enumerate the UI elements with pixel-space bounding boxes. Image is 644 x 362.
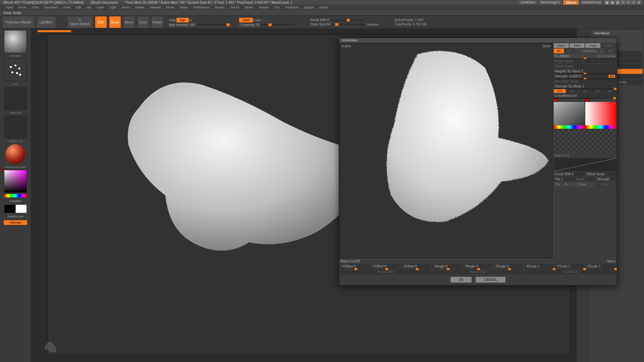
rel-button[interactable]: Rel [608,75,615,78]
z-intensity-slider[interactable]: Z Intensity 25 [239,23,259,27]
color-b-hue[interactable] [585,125,616,129]
noise-scale-slider[interactable]: 51.69959Noise Scale ↔ [554,54,616,58]
color-b-picker[interactable] [585,102,616,125]
zoffset-slider[interactable]: ZOffset 0 [402,264,431,269]
cancel-button[interactable]: CANCEL [476,277,505,283]
document-tab[interactable] [38,30,71,32]
frame-button[interactable]: Frame [341,44,351,48]
fibermesh-section[interactable]: FiberMesh [592,30,643,37]
layout-icon[interactable]: ▦ [604,0,609,4]
brush-standard[interactable] [4,30,27,53]
quicksave-button[interactable]: QuickSave [519,0,537,4]
strength2-slider[interactable]: Strength [596,177,616,181]
close-icon[interactable]: ✕ [637,0,641,4]
alternate-button[interactable]: Alternate [4,220,27,225]
alpha-slot[interactable] [4,87,27,110]
magnify-slider[interactable]: Magnify By Mask 0 [554,69,616,73]
menu-edit[interactable]: Edit [73,5,84,10]
menu-macro[interactable]: Macro [119,5,132,10]
redo-curve-button[interactable]: Redo [594,182,616,187]
draw-size-slider[interactable]: Draw Size 64 [311,22,330,26]
flipv-button[interactable]: FV [562,182,571,187]
menu-brush[interactable]: Brush [16,5,29,10]
fliph-button[interactable]: FH [554,182,562,187]
menu-stencil[interactable]: Stencil [227,5,242,10]
defaultscript-button[interactable]: DefaultZScript [580,0,603,4]
draw-button[interactable]: Draw [109,16,121,28]
menu-file[interactable]: File [84,5,94,10]
plugin-scale-slider[interactable]: Plugin Scale [554,59,616,63]
switchcolor-button[interactable]: SwitchColor [7,214,23,219]
menu-marker[interactable]: Marker [132,5,147,10]
texture-slot[interactable] [4,116,27,138]
m-label[interactable]: M [190,18,192,22]
menus-button[interactable]: Menus [563,0,579,5]
rgb-button[interactable]: Rgb [176,18,189,22]
focalshift-slider[interactable]: Focal Shift 0 [554,172,585,176]
menu-document[interactable]: Document [42,5,61,10]
gradient-white-swatch[interactable] [16,205,26,213]
stroke-dots[interactable] [4,59,27,81]
maximize-icon[interactable]: □ [631,0,636,4]
menu-light[interactable]: Light [107,5,119,10]
lightbox-button[interactable]: LightBox [37,16,55,28]
alpha-scale-slider[interactable]: Alpha Scale [554,64,616,68]
noise-curve-editor[interactable] [554,158,616,171]
xscale-slider[interactable]: XScale 1 [525,264,554,269]
edit-button[interactable]: Edit [95,16,107,28]
offset-noise-slider[interactable]: Offset Noise [585,172,616,176]
zcut-button[interactable]: Zcut [261,18,267,22]
menu-stroke[interactable]: Stroke [242,5,256,10]
xoffset-slider[interactable]: XOffset 0 [340,264,370,269]
quick-sketch-button[interactable]: ✎Quick Sketch [67,16,93,28]
uv-button[interactable]: Uv [565,49,575,53]
xangle-slider[interactable]: XAngle 0 [433,264,462,269]
noiseplug-button[interactable]: NoisePlug [575,49,604,53]
gradient-black-swatch[interactable] [4,205,15,213]
menu-render[interactable]: Render [212,5,228,10]
projection-master-button[interactable]: Projection Master [3,16,34,28]
strength-slider[interactable]: Strength -0.00073Rel [554,74,616,78]
hue-strip[interactable] [4,194,27,197]
seethrough-slider[interactable]: See-through 0 [539,0,562,4]
blend-min[interactable]: Min [592,89,604,93]
move-button[interactable]: Move [123,16,135,28]
menu-texture[interactable]: Texture [256,5,271,10]
focal-shift-slider[interactable]: Focal Shift 0 [311,18,329,22]
menu-layer[interactable]: Layer [94,5,107,10]
zadd-button[interactable]: Zadd [239,18,253,22]
layout-icon-3[interactable]: ▥ [615,0,620,4]
zscale-slider[interactable]: ZScale 1 [586,264,616,269]
menu-tool[interactable]: Tool [271,5,282,10]
steps-slider[interactable]: Steps [575,177,595,181]
menu-zplugin[interactable]: Zplugin [301,5,317,10]
move-button-dlg[interactable]: Move [607,259,615,263]
blend-dif[interactable]: Dif [579,89,591,93]
copy-button[interactable]: Copy [585,43,600,48]
menu-movie[interactable]: Movie [163,5,177,10]
menu-transform[interactable]: Transform [282,5,301,10]
menu-color[interactable]: Color [29,5,42,10]
mrgb-label[interactable]: Mrgb [169,18,176,22]
paste-button[interactable]: Paste [601,43,616,48]
color-picker[interactable] [4,170,27,193]
zangle-slider[interactable]: ZAngle 0 [494,264,524,269]
minimize-icon[interactable]: ─ [626,0,631,4]
rotate-button[interactable]: Rotate [152,16,163,28]
menu-zscript[interactable]: Zscript [317,5,331,10]
scale-button[interactable]: Scale [138,16,149,28]
blend-add[interactable]: Add [554,89,566,93]
menu-draw[interactable]: Draw [61,5,73,10]
alpha-preview[interactable] [554,129,616,153]
strength-mask-slider[interactable]: Strength By Mask 1 [554,84,616,88]
yoffset-slider[interactable]: YOffset 0 [371,264,401,269]
matcap-ball[interactable] [5,144,25,164]
mix-basic-noise[interactable]: Mix Basic Noise [554,79,616,83]
edit-plug-button[interactable]: Edit [605,49,616,53]
yscale-slider[interactable]: YScale 1 [555,264,585,269]
reset-angle-button[interactable]: Reset Angle [433,269,524,274]
menu-material[interactable]: Material [147,5,163,10]
color-a-hue[interactable] [554,125,585,129]
rgb-intensity-slider[interactable]: Rgb Intensity 100 [169,23,195,27]
tile-slider[interactable]: Tile 1 [554,177,574,181]
